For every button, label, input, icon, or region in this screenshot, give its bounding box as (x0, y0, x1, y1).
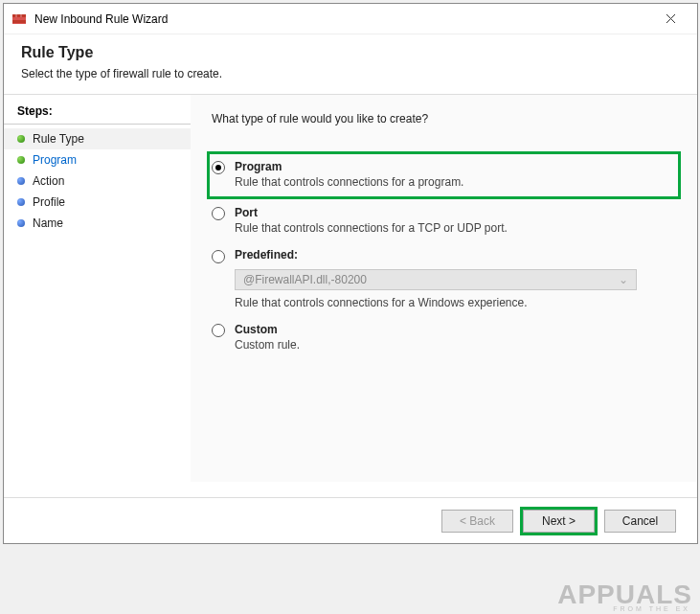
radio-label: Program (235, 160, 649, 173)
steps-heading: Steps: (4, 100, 191, 125)
step-profile[interactable]: Profile (4, 192, 191, 213)
radio-input[interactable] (212, 161, 225, 174)
chevron-down-icon: ⌄ (619, 273, 628, 286)
radio-description: Rule that controls connections for a pro… (235, 175, 649, 189)
step-label: Profile (33, 195, 65, 209)
wizard-header: Rule Type Select the type of firewall ru… (4, 34, 697, 94)
titlebar: New Inbound Rule Wizard (4, 4, 697, 34)
bullet-icon (17, 177, 25, 185)
firewall-icon (11, 11, 27, 27)
bullet-icon (17, 219, 25, 227)
radio-content: Custom Custom rule. (235, 323, 678, 352)
question-text: What type of rule would you like to crea… (212, 112, 678, 125)
watermark-logo: APPUALS (557, 580, 692, 610)
radio-label: Custom (235, 323, 678, 336)
cancel-button[interactable]: Cancel (604, 510, 676, 533)
button-bar: < Back Next > Cancel (4, 497, 697, 543)
svg-rect-1 (12, 14, 26, 17)
radio-label: Port (235, 206, 678, 219)
radio-description: Custom rule. (235, 338, 678, 352)
radio-label: Predefined: (235, 248, 298, 262)
radio-description: Rule that controls connections for a Win… (235, 296, 678, 309)
step-rule-type[interactable]: Rule Type (4, 128, 191, 149)
radio-description: Rule that controls connections for a TCP… (235, 221, 678, 235)
main-panel: What type of rule would you like to crea… (191, 95, 697, 482)
close-button[interactable] (651, 4, 689, 34)
radio-option-port[interactable]: Port Rule that controls connections for … (212, 206, 678, 235)
steps-sidebar: Steps: Rule Type Program Action Profile (4, 95, 191, 482)
radio-input[interactable] (212, 324, 225, 337)
wizard-window: New Inbound Rule Wizard Rule Type Select… (3, 3, 698, 544)
close-icon (666, 13, 676, 24)
step-label: Name (33, 216, 63, 230)
bullet-icon (17, 135, 25, 143)
watermark-tagline: FROM THE EX (613, 605, 690, 612)
back-button: < Back (441, 510, 513, 533)
svg-rect-2 (12, 20, 26, 23)
step-action[interactable]: Action (4, 171, 191, 192)
bullet-icon (17, 198, 25, 206)
radio-content: Port Rule that controls connections for … (235, 206, 678, 235)
steps-list: Rule Type Program Action Profile Name (4, 125, 191, 234)
radio-option-program[interactable]: Program Rule that controls connections f… (210, 154, 678, 196)
bullet-icon (17, 156, 25, 164)
step-label: Action (33, 174, 64, 188)
radio-option-custom[interactable]: Custom Custom rule. (212, 323, 678, 352)
next-button[interactable]: Next > (523, 510, 595, 533)
radio-input[interactable] (212, 250, 225, 263)
step-name[interactable]: Name (4, 213, 191, 234)
radio-content: Program Rule that controls connections f… (235, 160, 649, 189)
dropdown-value: @FirewallAPI.dll,-80200 (243, 273, 367, 286)
predefined-dropdown[interactable]: @FirewallAPI.dll,-80200 ⌄ (235, 269, 637, 290)
content-area: Steps: Rule Type Program Action Profile (4, 94, 697, 482)
step-label: Program (33, 153, 77, 167)
rule-type-radio-group: Program Rule that controls connections f… (212, 154, 678, 365)
page-title: Rule Type (21, 44, 680, 61)
radio-option-predefined[interactable]: Predefined: @FirewallAPI.dll,-80200 ⌄ Ru… (212, 248, 678, 309)
page-subtitle: Select the type of firewall rule to crea… (21, 67, 680, 80)
window-title: New Inbound Rule Wizard (34, 12, 651, 26)
step-label: Rule Type (33, 132, 84, 146)
step-program[interactable]: Program (4, 149, 191, 171)
radio-input[interactable] (212, 207, 225, 220)
